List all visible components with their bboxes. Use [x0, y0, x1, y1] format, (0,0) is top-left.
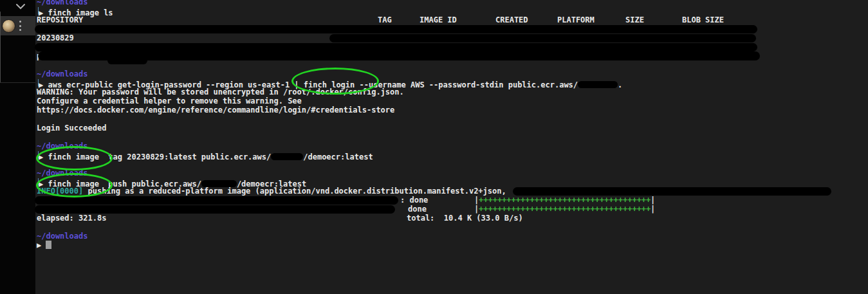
terminal-text: | [651, 205, 655, 214]
sidebar-divider [0, 82, 35, 83]
terminal-line: ~/downloads [37, 142, 868, 151]
kebab-menu-icon[interactable] [18, 21, 22, 31]
redaction-bar [35, 205, 395, 214]
terminal-line: ~/downloads [37, 69, 868, 78]
terminal-text: +++++++++++++++++++++++++++++++++++++ [479, 196, 651, 205]
terminal-text: CREATED [495, 15, 528, 24]
app-window: ~/downloads[▶ finch image lsREPOSITORYTA… [0, 0, 868, 294]
redaction-bar [329, 34, 756, 42]
terminal-text: Configure a credential helper to remove … [37, 96, 302, 106]
terminal-text: Login Succeeded [37, 124, 106, 133]
terminal-text: SIZE [625, 15, 644, 24]
terminal-text: PLATFORM [557, 15, 595, 24]
terminal-text: ~/downloads [37, 169, 88, 178]
terminal-text: ▶ [37, 241, 46, 250]
terminal-text: ~/downloads [37, 69, 88, 78]
terminal-line: ~/downloads [37, 232, 868, 241]
terminal-line: done|+++++++++++++++++++++++++++++++++++… [37, 205, 868, 214]
terminal-line: p [37, 51, 868, 60]
avatar[interactable] [2, 19, 15, 33]
terminal-text: pushing as a reduced-platform image (app… [88, 187, 506, 196]
terminal-line: ▶ [37, 241, 868, 250]
redaction-bar [35, 43, 757, 51]
terminal-line: [▶ finch image push public.ecr.aws//demo… [37, 178, 868, 187]
terminal-line: elapsed: 321.8stotal: 10.4 K (33.0 B/s) [37, 214, 868, 223]
terminal-text: | [651, 196, 655, 205]
terminal-line: WARNING: Your password will be stored un… [37, 87, 868, 96]
terminal-line: [▶ finch image ls [37, 6, 868, 15]
terminal-lines: ~/downloads[▶ finch image lsREPOSITORYTA… [37, 0, 868, 250]
terminal-text: +++++++++++++++++++++++++++++++++++++ [479, 205, 651, 214]
terminal-line: 20230829 [37, 33, 868, 42]
redaction-bar [35, 196, 398, 205]
terminal-text: ~/downloads [37, 232, 88, 241]
terminal-text: https://docs.docker.com/engine/reference… [37, 106, 394, 115]
terminal-line [37, 24, 868, 33]
terminal-line [37, 42, 868, 51]
terminal-text: ~/downloads [37, 0, 88, 6]
terminal-text: REPOSITORY [37, 15, 83, 24]
terminal-line: [▶ aws ecr-public get-login-password --r… [37, 78, 868, 87]
terminal-line [37, 115, 868, 124]
terminal-text: elapsed: 321.8s [37, 214, 106, 223]
terminal-text: total: 10.4 K (33.0 B/s) [407, 214, 523, 223]
terminal-window[interactable]: ~/downloads[▶ finch image lsREPOSITORYTA… [35, 0, 868, 294]
block-cursor [46, 241, 51, 249]
terminal-line [37, 60, 868, 69]
terminal-line: [▶ finch image tag 20230829:latest publi… [37, 151, 868, 160]
terminal-text: WARNING: Your password will be stored un… [37, 87, 404, 96]
terminal-text: TAG [378, 15, 392, 24]
terminal-line: REPOSITORYTAGIMAGE IDCREATEDPLATFORMSIZE… [37, 15, 868, 24]
terminal-text: done [408, 205, 427, 214]
terminal-text: 20230829 [37, 33, 74, 42]
terminal-text: INFO[0000] [37, 187, 88, 196]
terminal-line [37, 133, 868, 142]
terminal-line: ~/downloads [37, 0, 868, 6]
terminal-line: Configure a credential helper to remove … [37, 96, 868, 106]
window-edge-divider [0, 12, 1, 82]
sidebar-tab-row [0, 16, 35, 35]
terminal-line: Login Succeeded [37, 124, 868, 133]
terminal-line: https://docs.docker.com/engine/reference… [37, 106, 868, 115]
browser-sidebar [0, 0, 35, 294]
terminal-line: ~/downloads [37, 169, 868, 178]
chevron-down-icon[interactable] [15, 1, 26, 8]
terminal-line [37, 223, 868, 232]
terminal-text: ~/downloads [37, 142, 88, 151]
terminal-line [37, 160, 868, 169]
terminal-text: BLOB SIZE [682, 15, 724, 24]
terminal-text: IMAGE ID [420, 15, 457, 24]
redaction-bar [35, 25, 757, 33]
redaction-bar [513, 187, 831, 196]
terminal-line: INFO[0000] pushing as a reduced-platform… [37, 187, 868, 196]
terminal-line: : done|+++++++++++++++++++++++++++++++++… [37, 196, 868, 205]
terminal-text: : done [400, 196, 428, 205]
